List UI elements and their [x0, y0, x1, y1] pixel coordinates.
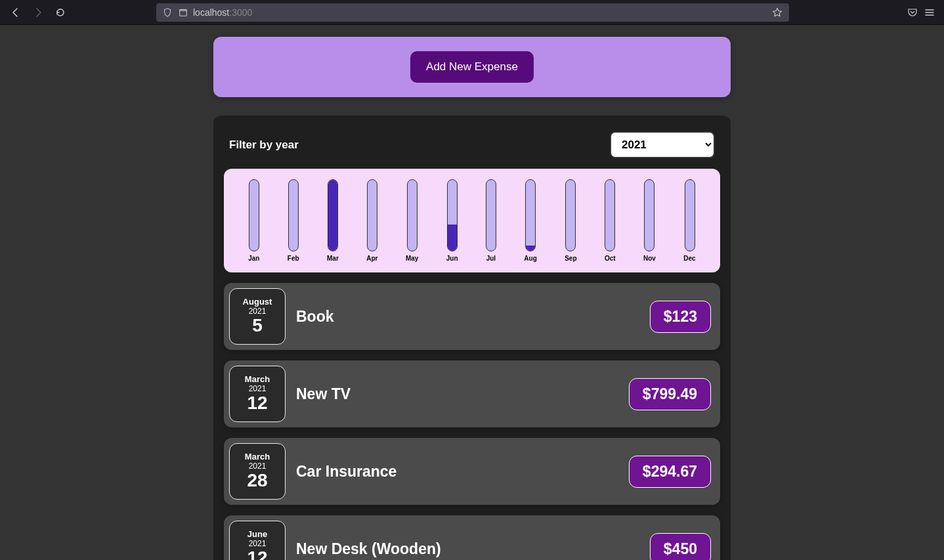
tracking-shield-icon	[163, 8, 172, 17]
page-container: Add New Expense Filter by year 202220212…	[213, 25, 731, 560]
date-year: 2021	[249, 384, 267, 393]
chart-bar-outer	[486, 179, 496, 251]
chart-bar-outer	[525, 179, 536, 251]
date-month: March	[245, 452, 270, 462]
pocket-icon[interactable]	[907, 7, 918, 18]
date-year: 2021	[249, 462, 267, 471]
chart-bar-label: Feb	[288, 255, 299, 262]
date-month: March	[245, 374, 270, 384]
chart-bar-label: Jul	[486, 255, 496, 262]
chart-bar-label: Oct	[605, 255, 616, 262]
chart-bar: Mar	[327, 179, 339, 262]
chart-bar: Oct	[605, 179, 616, 262]
expense-title: New Desk (Wooden)	[296, 540, 650, 558]
chart-bar-label: May	[406, 255, 418, 262]
chart-bar: Jul	[486, 179, 496, 262]
svg-rect-1	[180, 9, 187, 11]
nav-buttons	[5, 2, 71, 23]
date-day: 28	[247, 471, 267, 491]
expense-item: June202112New Desk (Wooden)$450	[224, 515, 720, 560]
filter-label: Filter by year	[229, 139, 299, 152]
expense-title: New TV	[296, 385, 629, 403]
date-year: 2021	[249, 539, 267, 548]
date-month: June	[247, 529, 267, 539]
chart-bar-outer	[565, 179, 576, 251]
date-badge: March202112	[229, 366, 286, 422]
add-expense-button[interactable]: Add New Expense	[410, 51, 534, 83]
chart-bar-fill	[526, 246, 535, 251]
browser-chrome: localhost:3000	[0, 0, 944, 25]
expenses-panel: Filter by year 2022202120202019 JanFebMa…	[213, 116, 731, 560]
chart-bar: Jun	[446, 179, 458, 262]
chart-bar-label: Jan	[248, 255, 259, 262]
chart-bar: Aug	[524, 179, 536, 262]
chart-bar-fill	[328, 180, 337, 251]
expenses-chart: JanFebMarAprMayJunJulAugSepOctNovDec	[224, 169, 720, 272]
chart-bar-label: Jun	[446, 255, 458, 262]
add-expense-card: Add New Expense	[213, 37, 731, 97]
date-badge: June202112	[229, 521, 286, 560]
expense-title: Book	[296, 308, 650, 326]
date-day: 12	[247, 548, 267, 560]
chart-bar-label: Nov	[643, 255, 656, 262]
url-text: localhost:3000	[193, 7, 252, 18]
url-bar-icons	[163, 8, 188, 17]
chart-bar-label: Apr	[366, 255, 377, 262]
chart-bar: Sep	[565, 179, 576, 262]
expense-title: Car Insurance	[296, 463, 629, 481]
expense-item: March202128Car Insurance$294.67	[224, 438, 720, 505]
chart-bar-label: Sep	[565, 255, 576, 262]
reload-button[interactable]	[50, 2, 71, 23]
chart-bar: Nov	[643, 179, 656, 262]
filter-row: Filter by year 2022202120202019	[224, 126, 720, 169]
date-month: August	[243, 297, 272, 307]
chart-bar-outer	[288, 179, 299, 251]
chart-bar-outer	[685, 179, 695, 251]
page-viewport[interactable]: Add New Expense Filter by year 202220212…	[0, 25, 944, 560]
chart-bar-outer	[644, 179, 654, 251]
chart-bar-outer	[328, 179, 338, 251]
expense-list: August20215Book$123March202112New TV$799…	[224, 283, 720, 560]
chart-bar-outer	[367, 179, 377, 251]
expense-item: March202112New TV$799.49	[224, 360, 720, 427]
expense-item: August20215Book$123	[224, 283, 720, 350]
expense-price: $294.67	[629, 456, 711, 488]
expense-price: $450	[650, 533, 711, 561]
chrome-right-icons	[907, 7, 939, 18]
bookmark-star-icon[interactable]	[772, 7, 783, 18]
date-day: 12	[247, 393, 267, 414]
forward-button[interactable]	[28, 2, 49, 23]
page-info-icon	[179, 8, 188, 17]
chart-bar: Dec	[683, 179, 695, 262]
chart-bar: Jan	[248, 179, 259, 262]
chart-bar-fill	[448, 225, 457, 251]
chart-bar: Feb	[288, 179, 299, 262]
date-day: 5	[252, 316, 263, 336]
back-button[interactable]	[5, 2, 26, 23]
expense-price: $123	[650, 301, 711, 333]
date-year: 2021	[249, 307, 267, 316]
chart-bar-label: Mar	[327, 255, 339, 262]
chart-bar-outer	[407, 179, 418, 251]
chart-bar-outer	[249, 179, 259, 251]
chart-bar: Apr	[366, 179, 377, 262]
url-bar[interactable]: localhost:3000	[156, 3, 789, 22]
date-badge: August20215	[229, 288, 286, 345]
chart-bar-label: Aug	[524, 255, 536, 262]
date-badge: March202128	[229, 443, 286, 500]
chart-bar: May	[406, 179, 418, 262]
chart-bar-outer	[447, 179, 458, 251]
expense-price: $799.49	[629, 378, 711, 410]
chart-bar-label: Dec	[683, 255, 695, 262]
app-menu-icon[interactable]	[924, 7, 935, 18]
year-select[interactable]: 2022202120202019	[610, 131, 715, 158]
chart-bar-outer	[605, 179, 615, 251]
